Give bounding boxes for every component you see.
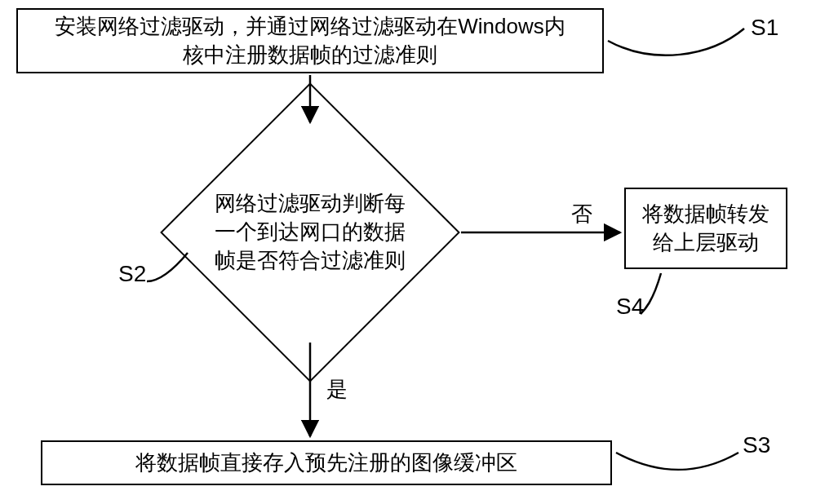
node-s1-text: 安装网络过滤驱动，并通过网络过滤驱动在Windows内 核中注册数据帧的过滤准则 (55, 12, 565, 69)
node-s2: 网络过滤驱动判断每 一个到达网口的数据 帧是否符合过滤准则 (204, 126, 416, 338)
callout-s3 (616, 453, 738, 470)
node-s4-text: 将数据帧转发 给上层驱动 (642, 200, 769, 257)
callout-s2 (147, 253, 188, 281)
label-s3: S3 (743, 432, 770, 458)
node-s3-text: 将数据帧直接存入预先注册的图像缓冲区 (135, 449, 517, 477)
callout-s1 (608, 29, 744, 55)
label-s4: S4 (616, 294, 644, 320)
edge-yes-label: 是 (326, 375, 348, 404)
label-s1: S1 (751, 15, 778, 41)
edge-no-label: 否 (571, 200, 592, 228)
node-s4: 将数据帧转发 给上层驱动 (624, 188, 787, 269)
node-s1: 安装网络过滤驱动，并通过网络过滤驱动在Windows内 核中注册数据帧的过滤准则 (16, 8, 604, 73)
label-s2: S2 (118, 261, 146, 287)
node-s2-text: 网络过滤驱动判断每 一个到达网口的数据 帧是否符合过滤准则 (196, 189, 424, 275)
node-s3: 将数据帧直接存入预先注册的图像缓冲区 (41, 440, 612, 485)
